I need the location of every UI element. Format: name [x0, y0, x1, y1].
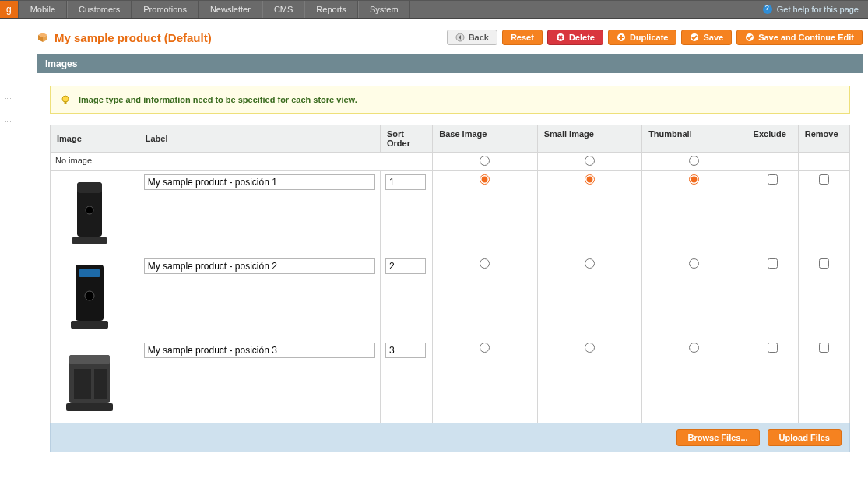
no-image-cell: No image [51, 153, 433, 171]
back-button[interactable]: Back [447, 30, 497, 45]
image-thumbnail[interactable] [58, 176, 121, 250]
help-icon [763, 5, 772, 14]
page-title: My sample product (Default) [54, 31, 212, 44]
radio-base[interactable] [480, 343, 490, 353]
svg-point-13 [62, 96, 69, 102]
duplicate-button[interactable]: Duplicate [608, 30, 677, 45]
svg-rect-25 [74, 369, 91, 399]
th-image: Image [51, 125, 139, 153]
radio-small[interactable] [585, 174, 595, 185]
back-arrow-icon [455, 33, 465, 42]
browse-files-button[interactable]: Browse Files... [676, 429, 760, 446]
images-table: Image Label Sort Order Base Image Small … [50, 125, 850, 423]
th-small: Small Image [537, 125, 641, 153]
table-row [51, 339, 850, 423]
svg-rect-26 [94, 369, 107, 399]
svg-rect-22 [71, 321, 108, 329]
sort-order-input[interactable] [385, 258, 426, 274]
th-remove: Remove [798, 125, 849, 153]
nav-active-catalog-fragment[interactable]: g [0, 1, 19, 18]
help-link[interactable]: Get help for this page [763, 1, 868, 18]
help-label: Get help for this page [777, 5, 859, 14]
th-thumb: Thumbnail [642, 125, 747, 153]
svg-rect-20 [79, 269, 100, 277]
table-row [51, 255, 850, 339]
nav-item-mobile[interactable]: Mobile [19, 1, 67, 18]
image-thumbnail[interactable] [58, 260, 121, 334]
exclude-checkbox[interactable] [768, 343, 778, 353]
check-icon [745, 33, 754, 42]
plus-icon [617, 33, 626, 42]
radio-thumb[interactable] [689, 343, 699, 353]
section-header-images: Images [37, 54, 863, 73]
upload-bar: Browse Files... Upload Files [50, 423, 850, 452]
svg-point-17 [86, 206, 93, 214]
remove-checkbox[interactable] [819, 174, 829, 185]
product-icon [37, 32, 48, 43]
radio-small-noimage[interactable] [585, 156, 595, 166]
check-icon [690, 33, 699, 42]
radio-thumb-noimage[interactable] [689, 156, 699, 166]
radio-thumb[interactable] [689, 174, 699, 185]
nav-item-promotions[interactable]: Promotions [132, 1, 199, 18]
th-label: Label [139, 125, 380, 153]
reset-button[interactable]: Reset [502, 30, 543, 45]
title-bar: My sample product (Default) Back Reset D… [37, 23, 863, 54]
svg-rect-18 [72, 237, 107, 244]
section-body: Image type and information need to be sp… [37, 73, 863, 465]
svg-rect-16 [77, 182, 102, 193]
lightbulb-icon [60, 94, 71, 105]
sort-order-input[interactable] [385, 174, 426, 190]
delete-button[interactable]: Delete [547, 30, 603, 45]
sidebar-fragment [0, 19, 17, 485]
remove-checkbox[interactable] [819, 343, 829, 353]
table-row [51, 171, 850, 255]
exclude-checkbox[interactable] [768, 258, 778, 269]
notice-text: Image type and information need to be sp… [79, 95, 357, 104]
save-button[interactable]: Save [681, 30, 732, 45]
svg-point-21 [85, 291, 94, 300]
upload-files-button[interactable]: Upload Files [768, 429, 842, 446]
th-sort: Sort Order [381, 125, 433, 153]
radio-base-noimage[interactable] [480, 156, 490, 166]
svg-rect-24 [69, 355, 110, 364]
radio-thumb[interactable] [689, 258, 699, 269]
radio-base[interactable] [480, 258, 490, 269]
save-continue-button[interactable]: Save and Continue Edit [736, 30, 863, 45]
nav-item-newsletter[interactable]: Newsletter [199, 1, 262, 18]
delete-icon [556, 33, 565, 42]
radio-small[interactable] [585, 258, 595, 269]
svg-rect-27 [66, 403, 113, 411]
th-base: Base Image [433, 125, 537, 153]
label-input[interactable] [144, 258, 375, 274]
remove-checkbox[interactable] [819, 258, 829, 269]
radio-small[interactable] [585, 343, 595, 353]
svg-rect-14 [65, 102, 67, 104]
radio-base[interactable] [480, 174, 490, 185]
label-input[interactable] [144, 174, 375, 190]
nav-item-system[interactable]: System [358, 1, 410, 18]
top-navigation: g Mobile Customers Promotions Newsletter… [0, 0, 868, 19]
sort-order-input[interactable] [385, 343, 426, 358]
label-input[interactable] [144, 343, 375, 358]
no-image-row: No image [51, 153, 850, 171]
exclude-checkbox[interactable] [768, 174, 778, 185]
th-exclude: Exclude [747, 125, 798, 153]
action-toolbar: Back Reset Delete Duplicate Save Save an… [447, 30, 863, 45]
nav-item-cms[interactable]: CMS [262, 1, 304, 18]
nav-item-customers[interactable]: Customers [67, 1, 132, 18]
image-thumbnail[interactable] [58, 344, 121, 418]
nav-item-reports[interactable]: Reports [304, 1, 358, 18]
notice-bar: Image type and information need to be sp… [50, 86, 850, 114]
